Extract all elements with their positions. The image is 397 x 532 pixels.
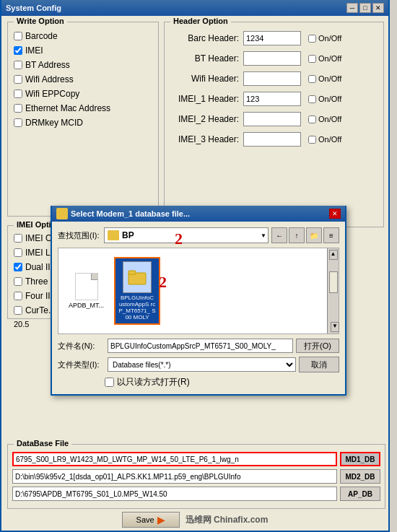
look-in-label: 查找范围(I): — [58, 230, 101, 241]
modal-overlay: Select Modem_1 database file... ✕ 查找范围(I… — [0, 0, 397, 532]
file-icon-bplgu-label: BPLGUInfoC ustomAppS rcP_MT6571_ S00 MOL… — [118, 295, 156, 320]
readonly-row: 以只读方式打开(R) — [58, 376, 339, 388]
file-icon-apdb-label: APDB_MT... — [69, 302, 104, 309]
filename-input[interactable] — [108, 339, 293, 353]
svg-rect-1 — [128, 271, 136, 274]
nav-back-button[interactable]: ← — [271, 227, 287, 243]
file-icon-bplgu-img — [123, 261, 152, 293]
scroll-thumb[interactable] — [329, 271, 338, 293]
modal-title-bar: Select Modem_1 database file... ✕ — [52, 206, 345, 222]
nav-newfolder-button[interactable]: 📁 — [306, 227, 322, 243]
modal-title-area: Select Modem_1 database file... — [56, 208, 190, 219]
modal-window-icon — [56, 208, 68, 219]
look-in-dropdown[interactable]: BP ▼ — [104, 227, 269, 243]
modal-close-button[interactable]: ✕ — [329, 209, 341, 219]
dropdown-arrow-icon: ▼ — [261, 232, 266, 239]
scroll-up-btn[interactable]: ▲ — [329, 250, 338, 260]
filetype-row: 文件类型(I): Database files(*.*) 取消 — [58, 357, 339, 372]
file-area-spacer — [167, 248, 327, 333]
folder-icon — [108, 230, 119, 240]
nav-up-button[interactable]: ↑ — [289, 227, 305, 243]
look-in-folder-name: BP — [122, 230, 134, 240]
readonly-checkbox[interactable] — [105, 378, 114, 387]
filetype-select[interactable]: Database files(*.*) — [108, 357, 296, 372]
file-folder-svg — [127, 267, 147, 287]
open-button[interactable]: 打开(O) — [296, 339, 339, 353]
scrollbar[interactable]: ▲ ▼ — [327, 248, 339, 333]
file-icon-area: APDB_MT... BPLGUInfoC ustomAppS rcP_MT65… — [58, 248, 167, 333]
modal-content: 查找范围(I): BP ▼ ← ↑ 📁 ≡ — [52, 222, 345, 394]
filetype-label: 文件类型(I): — [58, 359, 105, 370]
filename-row: 文件名(N): 打开(O) — [58, 339, 339, 353]
file-icon-apdb[interactable]: APDB_MT... — [66, 270, 107, 312]
modal-title: Select Modem_1 database file... — [71, 209, 190, 218]
modal-file-area: APDB_MT... BPLGUInfoC ustomAppS rcP_MT65… — [58, 248, 339, 334]
cancel-button[interactable]: 取消 — [299, 357, 339, 372]
nav-view-button[interactable]: ≡ — [323, 227, 339, 243]
file-icon-apdb-img — [75, 273, 98, 300]
file-icon-bplgu[interactable]: BPLGUInfoC ustomAppS rcP_MT6571_ S00 MOL… — [114, 257, 160, 325]
filename-label: 文件名(N): — [58, 341, 105, 352]
modal-dialog: Select Modem_1 database file... ✕ 查找范围(I… — [51, 206, 346, 396]
modal-toolbar: 查找范围(I): BP ▼ ← ↑ 📁 ≡ — [58, 227, 339, 243]
nav-btn-group: ← ↑ 📁 ≡ — [271, 227, 339, 243]
readonly-label: 以只读方式打开(R) — [117, 376, 190, 388]
scroll-down-btn[interactable]: ▼ — [331, 322, 339, 332]
